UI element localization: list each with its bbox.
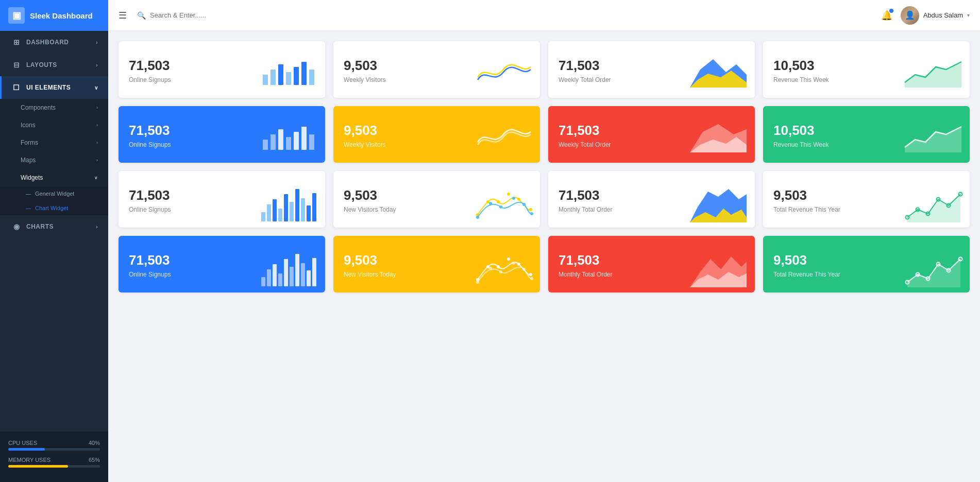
svg-point-35 (530, 212, 533, 215)
widget-row-2: 71,503 Online Signups (119, 106, 970, 163)
svg-rect-0 (263, 75, 268, 85)
widget-info: 71,503 Monthly Total Order (559, 187, 613, 213)
svg-point-33 (512, 197, 515, 200)
memory-bar (8, 465, 68, 468)
svg-rect-16 (273, 199, 277, 221)
notification-button[interactable]: 🔔 (881, 10, 892, 21)
chevron-right-icon: › (96, 40, 98, 45)
sidebar-item-layouts[interactable]: ⊟ LAYOUTS › (0, 54, 108, 76)
widget-info: 9,503 Weekly Visitors (344, 123, 386, 148)
svg-rect-46 (284, 259, 288, 286)
svg-point-62 (522, 268, 526, 271)
widget-label: Online Signups (129, 76, 171, 83)
widget-number: 71,503 (129, 252, 171, 268)
widget-label: Monthly Total Order (559, 206, 613, 213)
svg-rect-21 (301, 198, 305, 221)
widget-chart-bars-white-tall (260, 249, 317, 282)
content-area: 71,503 Online Signups (108, 31, 980, 482)
user-profile[interactable]: 👤 Abdus Salam ▾ (901, 6, 970, 25)
main-area: ☰ 🔍 🔔 👤 Abdus Salam ▾ 71,503 (108, 0, 980, 482)
widget-chart-area-dots (905, 184, 961, 217)
widget-chart-wave-dots (475, 184, 532, 217)
widget-number: 71,503 (129, 187, 171, 203)
svg-rect-5 (301, 62, 307, 85)
widget-number: 71,503 (129, 123, 171, 139)
widget-chart-wave (475, 54, 532, 88)
widget-monthly-total-order-red: 71,503 Monthly Total Order (548, 236, 755, 292)
widget-number: 9,503 (344, 252, 396, 268)
chevron-right-icon: › (96, 224, 98, 230)
svg-point-25 (486, 200, 489, 203)
widget-info: 9,503 Total Revenue This Year (773, 252, 840, 278)
topbar: ☰ 🔍 🔔 👤 Abdus Salam ▾ (108, 0, 980, 31)
widget-label: Online Signups (129, 206, 171, 213)
widget-revenue-light: 10,503 Revenue This Week (763, 41, 970, 98)
svg-rect-42 (261, 277, 265, 286)
widget-label: Weekly Total Order (559, 141, 611, 148)
memory-label: MEMORY USES (8, 457, 50, 463)
sidebar-item-maps[interactable]: Maps › (0, 151, 108, 169)
svg-rect-10 (286, 137, 291, 150)
chevron-right-icon: › (96, 123, 98, 128)
dashboard-icon: ⊞ (12, 38, 21, 46)
widget-weekly-visitors-light: 9,503 Weekly Visitors (333, 41, 540, 98)
widgets-subnav: — General Widget — Chart Widget (0, 186, 108, 215)
widget-new-visitors-light: 9,503 New Visitors Today (333, 171, 540, 228)
widget-info: 9,503 Total Revenue This Year (773, 187, 840, 213)
svg-point-63 (530, 277, 533, 280)
svg-rect-44 (273, 264, 277, 286)
widget-info: 71,503 Weekly Total Order (559, 58, 611, 83)
widget-label: New Visitors Today (344, 271, 396, 278)
widget-info: 9,503 New Visitors Today (344, 252, 396, 278)
svg-rect-9 (278, 129, 283, 150)
notification-dot (889, 9, 893, 13)
sidebar-item-forms[interactable]: Forms › (0, 134, 108, 151)
sidebar: ▣ Sleek Dashboard ⊞ DASHBOARD › ⊟ LAYOUT… (0, 0, 108, 482)
sidebar-item-dashboard[interactable]: ⊞ DASHBOARD › (0, 31, 108, 54)
widget-weekly-total-order-red: 71,503 Weekly Total Order (548, 106, 755, 163)
widget-chart-wave-dots-white (475, 249, 532, 282)
sidebar-label-dashboard: DASHBOARD (26, 39, 69, 46)
widget-online-signups-tall: 71,503 Online Signups (119, 171, 325, 228)
user-name: Abdus Salam (923, 11, 963, 19)
svg-point-31 (489, 202, 492, 205)
sidebar-item-components[interactable]: Components › (0, 99, 108, 116)
svg-point-32 (499, 205, 502, 209)
sidebar-item-charts[interactable]: ◉ CHARTS › (0, 215, 108, 238)
search-input[interactable] (150, 11, 343, 19)
svg-rect-22 (307, 205, 311, 221)
widget-info: 71,503 Online Signups (129, 58, 171, 83)
widget-monthly-total-order-light: 71,503 Monthly Total Order (548, 171, 755, 228)
sidebar-item-widgets[interactable]: Widgets ∨ (0, 169, 108, 186)
sidebar-label-layouts: LAYOUTS (26, 61, 57, 68)
svg-rect-43 (267, 269, 271, 286)
widget-label: Weekly Visitors (344, 141, 386, 148)
svg-rect-23 (312, 193, 316, 221)
widget-info: 71,503 Weekly Total Order (559, 123, 611, 148)
sidebar-brand[interactable]: ▣ Sleek Dashboard (0, 0, 108, 31)
widget-weekly-total-order-light: 71,503 Weekly Total Order (548, 41, 755, 98)
sidebar-item-icons[interactable]: Icons › (0, 116, 108, 134)
widget-chart-wave-white (475, 119, 532, 152)
widget-chart-area-white (905, 119, 961, 152)
widget-info: 71,503 Online Signups (129, 187, 171, 213)
sidebar-item-chart-widget[interactable]: — Chart Widget (0, 201, 108, 215)
widget-number: 71,503 (559, 58, 611, 74)
chevron-down-icon: ∨ (94, 175, 98, 180)
avatar-image: 👤 (901, 6, 919, 25)
widget-info: 10,503 Revenue This Week (773, 58, 829, 83)
svg-rect-7 (263, 140, 268, 150)
svg-rect-45 (278, 273, 282, 286)
sidebar-item-ui-elements[interactable]: ☐ UI ELEMENTS ∨ (0, 76, 108, 99)
hamburger-icon[interactable]: ☰ (119, 10, 127, 21)
sidebar-item-general-widget[interactable]: — General Widget (0, 186, 108, 201)
svg-point-57 (529, 273, 532, 276)
widget-info: 71,503 Monthly Total Order (559, 252, 613, 278)
widget-new-visitors-yellow: 9,503 New Visitors Today (333, 236, 540, 292)
sidebar-bottom: CPU USES 40% MEMORY USES 65% (0, 432, 108, 482)
svg-rect-17 (278, 209, 282, 221)
svg-rect-14 (261, 212, 265, 221)
svg-rect-51 (312, 258, 316, 286)
widget-online-signups-blue-2: 71,503 Online Signups (119, 236, 325, 292)
svg-rect-12 (301, 127, 307, 150)
